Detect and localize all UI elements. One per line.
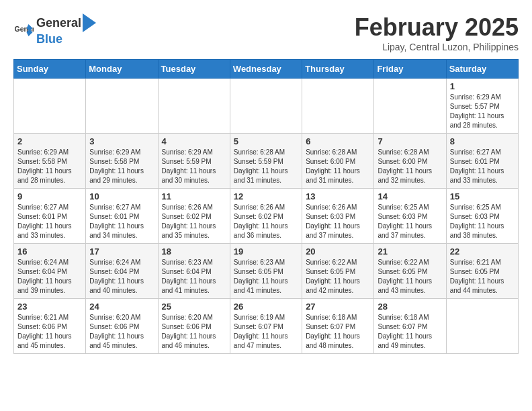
calendar-cell: 1Sunrise: 6:29 AM Sunset: 5:57 PM Daylig… <box>446 79 518 134</box>
logo: General General Blue <box>13 13 96 46</box>
calendar-cell: 6Sunrise: 6:28 AM Sunset: 6:00 PM Daylig… <box>302 134 374 189</box>
day-number: 24 <box>89 302 154 312</box>
calendar-cell: 14Sunrise: 6:25 AM Sunset: 6:03 PM Dayli… <box>374 189 446 244</box>
day-number: 12 <box>234 191 298 201</box>
day-info: Sunrise: 6:27 AM Sunset: 6:01 PM Dayligh… <box>450 148 515 185</box>
calendar-cell: 22Sunrise: 6:21 AM Sunset: 6:05 PM Dayli… <box>446 244 518 299</box>
calendar-week-4: 16Sunrise: 6:24 AM Sunset: 6:04 PM Dayli… <box>14 244 519 299</box>
day-number: 13 <box>306 191 370 201</box>
weekday-header-saturday: Saturday <box>446 60 518 79</box>
day-info: Sunrise: 6:25 AM Sunset: 6:03 PM Dayligh… <box>378 203 442 240</box>
day-info: Sunrise: 6:26 AM Sunset: 6:02 PM Dayligh… <box>234 203 298 240</box>
logo-general-text: General <box>36 16 81 30</box>
day-info: Sunrise: 6:29 AM Sunset: 5:58 PM Dayligh… <box>89 148 154 185</box>
day-number: 14 <box>378 191 442 201</box>
day-info: Sunrise: 6:24 AM Sunset: 6:04 PM Dayligh… <box>17 258 82 295</box>
day-info: Sunrise: 6:28 AM Sunset: 5:59 PM Dayligh… <box>234 148 298 185</box>
day-info: Sunrise: 6:22 AM Sunset: 6:05 PM Dayligh… <box>378 258 442 295</box>
location-subtitle: Lipay, Central Luzon, Philippines <box>355 42 519 52</box>
day-info: Sunrise: 6:25 AM Sunset: 6:03 PM Dayligh… <box>450 203 515 240</box>
calendar-cell: 9Sunrise: 6:27 AM Sunset: 6:01 PM Daylig… <box>14 189 86 244</box>
day-info: Sunrise: 6:23 AM Sunset: 6:04 PM Dayligh… <box>162 258 226 295</box>
day-info: Sunrise: 6:24 AM Sunset: 6:04 PM Dayligh… <box>89 258 154 295</box>
calendar-cell: 28Sunrise: 6:18 AM Sunset: 6:07 PM Dayli… <box>374 299 446 354</box>
calendar-cell: 8Sunrise: 6:27 AM Sunset: 6:01 PM Daylig… <box>446 134 518 189</box>
day-info: Sunrise: 6:29 AM Sunset: 5:59 PM Dayligh… <box>162 148 226 185</box>
calendar-cell: 10Sunrise: 6:27 AM Sunset: 6:01 PM Dayli… <box>86 189 158 244</box>
calendar-cell <box>446 299 518 354</box>
day-number: 23 <box>17 302 82 312</box>
day-number: 5 <box>234 136 298 146</box>
calendar-cell: 4Sunrise: 6:29 AM Sunset: 5:59 PM Daylig… <box>158 134 230 189</box>
day-number: 19 <box>234 246 298 257</box>
day-number: 9 <box>17 191 82 201</box>
day-number: 15 <box>450 191 515 201</box>
calendar-cell <box>302 79 374 134</box>
logo-icon: General <box>13 20 34 40</box>
day-number: 21 <box>378 246 442 257</box>
logo-blue-text: Blue <box>36 32 62 46</box>
calendar-cell: 15Sunrise: 6:25 AM Sunset: 6:03 PM Dayli… <box>446 189 518 244</box>
day-info: Sunrise: 6:28 AM Sunset: 6:00 PM Dayligh… <box>306 148 370 185</box>
calendar-week-3: 9Sunrise: 6:27 AM Sunset: 6:01 PM Daylig… <box>14 189 519 244</box>
calendar-cell: 2Sunrise: 6:29 AM Sunset: 5:58 PM Daylig… <box>14 134 86 189</box>
calendar-cell: 13Sunrise: 6:26 AM Sunset: 6:03 PM Dayli… <box>302 189 374 244</box>
header: General General Blue February 2025 Lipay… <box>13 13 519 52</box>
weekday-header-friday: Friday <box>374 60 446 79</box>
day-number: 26 <box>234 302 298 312</box>
day-info: Sunrise: 6:27 AM Sunset: 6:01 PM Dayligh… <box>17 203 82 240</box>
weekday-header-monday: Monday <box>86 60 158 79</box>
calendar-cell: 18Sunrise: 6:23 AM Sunset: 6:04 PM Dayli… <box>158 244 230 299</box>
calendar-cell: 7Sunrise: 6:28 AM Sunset: 6:00 PM Daylig… <box>374 134 446 189</box>
day-info: Sunrise: 6:20 AM Sunset: 6:06 PM Dayligh… <box>162 313 226 351</box>
calendar-cell: 24Sunrise: 6:20 AM Sunset: 6:06 PM Dayli… <box>86 299 158 354</box>
day-info: Sunrise: 6:26 AM Sunset: 6:03 PM Dayligh… <box>306 203 370 240</box>
day-number: 18 <box>162 246 226 257</box>
day-info: Sunrise: 6:19 AM Sunset: 6:07 PM Dayligh… <box>234 313 298 351</box>
day-info: Sunrise: 6:29 AM Sunset: 5:57 PM Dayligh… <box>450 93 515 130</box>
day-info: Sunrise: 6:22 AM Sunset: 6:05 PM Dayligh… <box>306 258 370 295</box>
day-info: Sunrise: 6:21 AM Sunset: 6:06 PM Dayligh… <box>17 313 82 351</box>
day-number: 8 <box>450 136 515 146</box>
day-info: Sunrise: 6:26 AM Sunset: 6:02 PM Dayligh… <box>162 203 226 240</box>
day-number: 10 <box>89 191 154 201</box>
svg-marker-1 <box>83 13 96 32</box>
calendar-cell: 5Sunrise: 6:28 AM Sunset: 5:59 PM Daylig… <box>230 134 302 189</box>
weekday-header-thursday: Thursday <box>302 60 374 79</box>
day-number: 3 <box>89 136 154 146</box>
day-number: 11 <box>162 191 226 201</box>
calendar-cell: 11Sunrise: 6:26 AM Sunset: 6:02 PM Dayli… <box>158 189 230 244</box>
calendar-week-5: 23Sunrise: 6:21 AM Sunset: 6:06 PM Dayli… <box>14 299 519 354</box>
day-number: 25 <box>162 302 226 312</box>
day-number: 6 <box>306 136 370 146</box>
calendar-cell: 20Sunrise: 6:22 AM Sunset: 6:05 PM Dayli… <box>302 244 374 299</box>
day-number: 20 <box>306 246 370 257</box>
calendar-cell <box>230 79 302 134</box>
day-number: 1 <box>450 81 515 91</box>
calendar-cell: 26Sunrise: 6:19 AM Sunset: 6:07 PM Dayli… <box>230 299 302 354</box>
calendar-cell <box>158 79 230 134</box>
title-area: February 2025 Lipay, Central Luzon, Phil… <box>355 13 519 52</box>
day-info: Sunrise: 6:28 AM Sunset: 6:00 PM Dayligh… <box>378 148 442 185</box>
month-year-title: February 2025 <box>355 13 519 42</box>
calendar-cell: 19Sunrise: 6:23 AM Sunset: 6:05 PM Dayli… <box>230 244 302 299</box>
calendar-cell: 16Sunrise: 6:24 AM Sunset: 6:04 PM Dayli… <box>14 244 86 299</box>
calendar-week-1: 1Sunrise: 6:29 AM Sunset: 5:57 PM Daylig… <box>14 79 519 134</box>
calendar-table: SundayMondayTuesdayWednesdayThursdayFrid… <box>13 59 519 354</box>
calendar-cell <box>14 79 86 134</box>
calendar-cell: 23Sunrise: 6:21 AM Sunset: 6:06 PM Dayli… <box>14 299 86 354</box>
day-info: Sunrise: 6:23 AM Sunset: 6:05 PM Dayligh… <box>234 258 298 295</box>
day-info: Sunrise: 6:21 AM Sunset: 6:05 PM Dayligh… <box>450 258 515 295</box>
calendar-cell: 27Sunrise: 6:18 AM Sunset: 6:07 PM Dayli… <box>302 299 374 354</box>
day-info: Sunrise: 6:20 AM Sunset: 6:06 PM Dayligh… <box>89 313 154 351</box>
logo-arrow-icon <box>83 13 96 32</box>
day-info: Sunrise: 6:29 AM Sunset: 5:58 PM Dayligh… <box>17 148 82 185</box>
day-number: 2 <box>17 136 82 146</box>
day-number: 27 <box>306 302 370 312</box>
day-number: 16 <box>17 246 82 257</box>
calendar-header-row: SundayMondayTuesdayWednesdayThursdayFrid… <box>14 60 519 79</box>
day-info: Sunrise: 6:27 AM Sunset: 6:01 PM Dayligh… <box>89 203 154 240</box>
calendar-cell: 25Sunrise: 6:20 AM Sunset: 6:06 PM Dayli… <box>158 299 230 354</box>
calendar-cell: 17Sunrise: 6:24 AM Sunset: 6:04 PM Dayli… <box>86 244 158 299</box>
day-number: 22 <box>450 246 515 257</box>
